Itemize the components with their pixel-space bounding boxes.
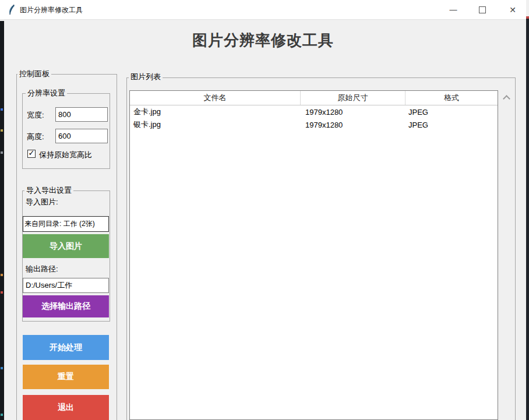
choose-output-path-button[interactable]: 选择输出路径 [23,295,109,317]
cell-size: 1979x1280 [301,108,405,117]
background-speck [1,129,3,132]
control-panel-title: 控制面板 [17,69,51,78]
background-window-sliver-right [526,16,529,420]
import-export-title: 导入导出设置 [24,186,73,195]
minimize-button[interactable]: — [441,0,465,19]
cell-filename: 银卡.jpg [130,119,301,130]
maximize-button[interactable] [470,0,495,19]
close-icon: ✕ [509,5,516,15]
keep-aspect-ratio-checkbox[interactable]: ✓ [27,150,36,158]
background-speck [1,108,3,111]
table-row[interactable]: 金卡.jpg 1979x1280 JPEG [130,105,498,118]
width-input[interactable] [55,107,108,122]
keep-aspect-ratio-label: 保持原始宽高比 [39,150,92,160]
column-header-size[interactable]: 原始尺寸 [301,91,405,105]
page-title: 图片分辨率修改工具 [0,30,526,51]
import-source-box: 来自同目录: 工作 (2张) [23,216,109,232]
cell-size: 1979x1280 [301,121,405,129]
background-speck [526,16,529,19]
cell-format: JPEG [405,108,494,117]
background-speck [1,291,3,294]
cell-filename: 金卡.jpg [130,107,301,117]
output-path-label: 输出路径: [26,264,58,274]
image-table: 文件名 原始尺寸 格式 金卡.jpg 1979x1280 JPEG 银卡.jpg… [129,90,498,420]
app-window: { "titlebar": { "title": "图片分辨率修改工具", "m… [0,0,529,420]
resolution-settings-title: 分辨率设置 [26,89,67,97]
import-images-button[interactable]: 导入图片 [23,234,109,258]
column-header-filename[interactable]: 文件名 [130,91,301,105]
exit-button[interactable]: 退出 [23,395,109,420]
width-label: 宽度: [27,110,44,121]
titlebar[interactable]: 图片分辨率修改工具 — ✕ [0,0,526,20]
table-scrollbar[interactable] [499,91,513,419]
background-window-sliver-left [0,21,4,420]
image-list-title: 图片列表 [129,72,163,81]
cell-format: JPEG [405,121,494,129]
python-feather-icon [8,4,16,16]
minimize-icon: — [450,5,457,14]
output-path-input[interactable] [23,278,109,293]
close-button[interactable]: ✕ [500,0,525,19]
reset-button[interactable]: 重置 [23,365,109,389]
background-speck [1,274,3,276]
window-title: 图片分辨率修改工具 [20,5,83,15]
column-header-format[interactable]: 格式 [405,91,498,105]
table-row[interactable]: 银卡.jpg 1979x1280 JPEG [130,118,498,131]
import-images-label: 导入图片: [26,197,58,207]
height-input[interactable] [55,129,108,143]
checkmark-icon: ✓ [29,150,35,156]
scroll-up-icon [503,95,510,103]
background-speck [1,151,3,154]
maximize-icon [479,6,486,13]
background-speck [1,414,3,416]
background-speck [1,367,3,369]
table-header-row: 文件名 原始尺寸 格式 [130,91,498,105]
height-label: 高度: [27,132,44,142]
start-processing-button[interactable]: 开始处理 [23,335,109,360]
